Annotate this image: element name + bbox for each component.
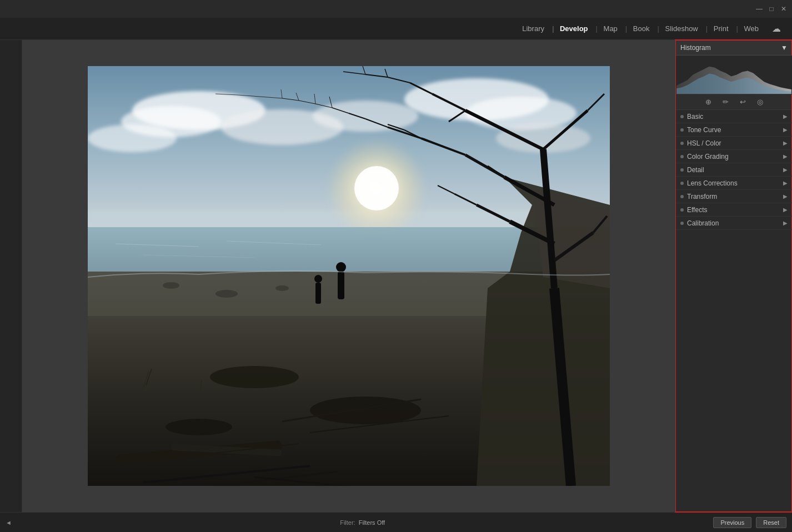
svg-line-15 bbox=[143, 255, 254, 258]
nav-map[interactable]: Map bbox=[596, 18, 625, 39]
svg-line-64 bbox=[281, 89, 282, 98]
svg-line-51 bbox=[349, 113, 365, 119]
svg-point-4 bbox=[465, 97, 577, 130]
bottom-bar: ◄ Filter: Filters Off Previous Reset bbox=[0, 512, 792, 532]
svg-rect-67 bbox=[338, 272, 344, 299]
svg-line-56 bbox=[299, 101, 315, 104]
histogram-collapse-icon[interactable]: ▼ bbox=[781, 44, 788, 52]
left-sidebar bbox=[0, 40, 22, 512]
svg-rect-24 bbox=[171, 444, 282, 456]
undo-icon[interactable]: ↩ bbox=[738, 97, 748, 107]
nav-web[interactable]: Web bbox=[736, 18, 767, 39]
svg-rect-0 bbox=[88, 66, 610, 277]
lens-corrections-toggle[interactable] bbox=[680, 182, 684, 185]
svg-line-65 bbox=[385, 69, 388, 77]
crop-tool-icon[interactable]: ⊕ bbox=[703, 97, 714, 107]
tone-curve-label: Tone Curve bbox=[687, 126, 721, 134]
svg-line-77 bbox=[282, 399, 421, 421]
svg-line-14 bbox=[227, 241, 321, 245]
histogram-area bbox=[676, 56, 792, 94]
svg-line-61 bbox=[329, 97, 332, 108]
section-effects[interactable]: Effects ▶ bbox=[676, 203, 792, 217]
previous-button[interactable]: Previous bbox=[713, 517, 751, 528]
minimize-button[interactable]: — bbox=[755, 5, 763, 13]
section-color-grading[interactable]: Color Grading ▶ bbox=[676, 150, 792, 163]
svg-line-34 bbox=[388, 77, 410, 83]
section-basic[interactable]: Basic ▶ bbox=[676, 110, 792, 123]
basic-label: Basic bbox=[687, 113, 703, 121]
lens-corrections-arrow: ▶ bbox=[783, 180, 788, 186]
svg-point-6 bbox=[221, 109, 343, 145]
svg-point-20 bbox=[210, 366, 299, 388]
toolbar-row: ⊕ ✏ ↩ ◎ bbox=[676, 94, 792, 110]
svg-line-29 bbox=[543, 149, 554, 288]
bottom-right: Previous Reset bbox=[713, 517, 786, 528]
svg-line-75 bbox=[146, 369, 152, 385]
svg-rect-69 bbox=[315, 283, 321, 304]
svg-point-1 bbox=[132, 91, 265, 130]
hsl-toggle[interactable] bbox=[680, 142, 684, 145]
svg-line-74 bbox=[143, 372, 149, 388]
svg-point-7 bbox=[313, 101, 418, 132]
svg-point-2 bbox=[121, 106, 221, 137]
histogram-label: Histogram bbox=[680, 44, 711, 52]
filter-value[interactable]: Filters Off bbox=[359, 519, 385, 526]
reset-button[interactable]: Reset bbox=[756, 517, 786, 528]
svg-line-36 bbox=[343, 72, 365, 74]
svg-line-13 bbox=[116, 244, 199, 247]
transform-toggle[interactable] bbox=[680, 195, 684, 198]
svg-line-32 bbox=[449, 111, 465, 122]
section-calibration[interactable]: Calibration ▶ bbox=[676, 217, 792, 230]
effects-toggle[interactable] bbox=[680, 208, 684, 212]
settings-icon[interactable]: ◎ bbox=[755, 97, 765, 107]
svg-line-78 bbox=[310, 416, 449, 433]
nav-library[interactable]: Library bbox=[514, 18, 552, 39]
histogram-header: Histogram ▼ bbox=[676, 40, 792, 56]
brush-tool-icon[interactable]: ✏ bbox=[720, 97, 731, 107]
nav-develop[interactable]: Develop bbox=[552, 18, 596, 39]
svg-line-53 bbox=[388, 124, 404, 130]
nav-slideshow[interactable]: Slideshow bbox=[658, 18, 706, 39]
svg-line-48 bbox=[454, 194, 477, 205]
svg-rect-12 bbox=[88, 227, 610, 283]
calibration-arrow: ▶ bbox=[783, 220, 788, 226]
section-lens-corrections[interactable]: Lens Corrections ▶ bbox=[676, 177, 792, 190]
svg-point-68 bbox=[336, 262, 346, 272]
svg-line-30 bbox=[465, 111, 543, 149]
svg-line-45 bbox=[554, 233, 593, 260]
svg-line-40 bbox=[465, 155, 504, 177]
right-panel: Histogram ▼ bbox=[675, 40, 792, 512]
filter-label: Filter: bbox=[340, 519, 355, 526]
nav-print[interactable]: Print bbox=[706, 18, 736, 39]
calibration-toggle[interactable] bbox=[680, 222, 684, 225]
svg-line-54 bbox=[332, 108, 349, 113]
lens-corrections-label: Lens Corrections bbox=[687, 179, 738, 187]
detail-toggle[interactable] bbox=[680, 168, 684, 172]
svg-line-39 bbox=[504, 177, 554, 205]
cloud-sync-icon[interactable]: ☁ bbox=[766, 23, 781, 34]
calibration-label: Calibration bbox=[687, 219, 719, 227]
maximize-button[interactable]: □ bbox=[768, 5, 775, 13]
svg-point-10 bbox=[327, 138, 427, 238]
scroll-left-icon[interactable]: ◄ bbox=[6, 519, 12, 526]
svg-line-59 bbox=[238, 95, 260, 97]
svg-line-47 bbox=[488, 166, 504, 177]
svg-point-8 bbox=[496, 124, 590, 153]
main-layout: Histogram ▼ bbox=[0, 40, 792, 512]
color-grading-toggle[interactable] bbox=[680, 155, 684, 158]
detail-arrow: ▶ bbox=[783, 167, 788, 173]
section-detail[interactable]: Detail ▶ bbox=[676, 163, 792, 177]
close-button[interactable]: ✕ bbox=[780, 5, 788, 13]
section-hsl-color[interactable]: HSL / Color ▶ bbox=[676, 137, 792, 150]
photo-container bbox=[88, 66, 610, 486]
panel-sections: Basic ▶ Tone Curve ▶ HSL / Color ▶ Color… bbox=[676, 110, 792, 512]
basic-toggle[interactable] bbox=[680, 115, 684, 118]
svg-line-46 bbox=[593, 216, 607, 233]
nav-book[interactable]: Book bbox=[625, 18, 658, 39]
section-tone-curve[interactable]: Tone Curve ▶ bbox=[676, 123, 792, 137]
tone-curve-toggle[interactable] bbox=[680, 128, 684, 132]
bottom-left: ◄ bbox=[6, 519, 12, 526]
color-grading-label: Color Grading bbox=[687, 153, 729, 160]
svg-rect-23 bbox=[116, 440, 282, 465]
section-transform[interactable]: Transform ▶ bbox=[676, 190, 792, 203]
